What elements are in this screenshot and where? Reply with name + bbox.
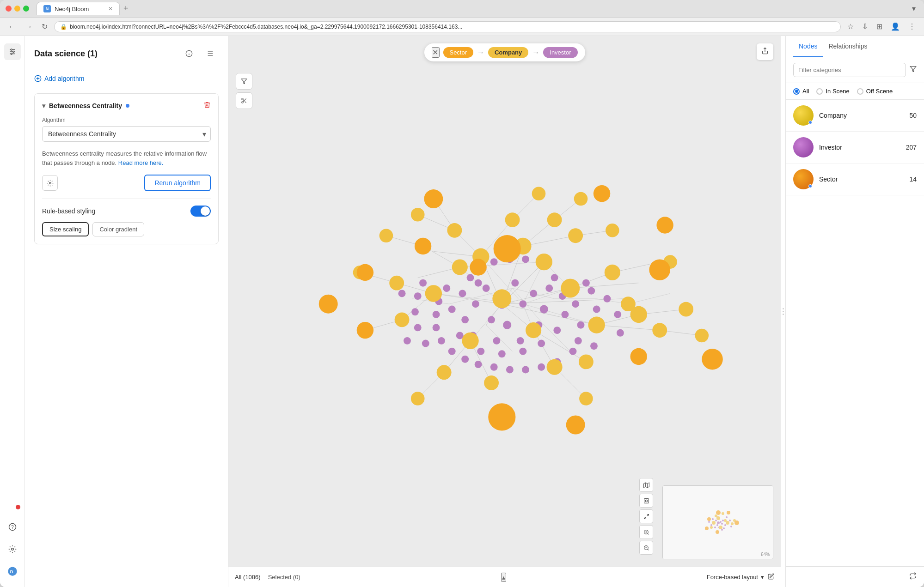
minimize-window-button[interactable] [14,6,20,12]
add-algorithm-button[interactable]: Add algorithm [34,71,84,86]
svg-line-39 [597,325,660,330]
selected-nodes-count[interactable]: Selected (0) [268,574,300,581]
filter-tool-button[interactable] [236,73,252,90]
rerun-algorithm-button[interactable]: Rerun algorithm [144,175,211,191]
new-tab-button[interactable]: + [120,4,132,13]
collapse-icon[interactable]: ▾ [42,102,45,109]
node-list-item-investor[interactable]: Investor 207 [786,132,924,163]
zoom-out-button[interactable] [639,541,653,555]
algorithm-select[interactable]: Betweenness Centrality [42,126,211,142]
back-button[interactable]: ← [6,21,18,33]
company-nodes[interactable] [353,187,709,405]
svg-line-201 [243,100,244,101]
company-search-node[interactable]: Company [488,47,528,58]
algorithm-card-title: ▾ Betweenness Centrality [42,102,129,109]
svg-point-226 [719,526,722,529]
svg-point-123 [461,356,469,363]
screenshot-icon-button[interactable] [639,494,653,508]
size-scaling-button[interactable]: Size scaling [42,222,89,236]
radio-all[interactable]: All [793,88,809,95]
chevron-down-icon[interactable]: ▾ [909,2,918,15]
radio-all-circle [793,88,800,95]
layout-dropdown-button[interactable]: Force-based layout ▾ [707,574,764,581]
svg-point-166 [389,276,404,290]
svg-point-184 [649,259,670,280]
info-icon[interactable] [181,45,197,62]
styling-buttons: Size scaling Color gradient [42,222,211,236]
tab-relationships[interactable]: Relationships [823,36,873,57]
svg-point-176 [574,192,588,206]
svg-point-218 [726,516,728,518]
svg-point-150 [462,333,478,349]
svg-point-90 [530,290,537,297]
svg-point-236 [716,530,719,534]
minimap[interactable]: 64% [662,485,773,559]
read-more-link[interactable]: Read more here. [118,159,164,166]
maximize-window-button[interactable] [23,6,29,12]
menu-icon[interactable]: ⋮ [906,20,918,33]
bookmark-icon[interactable]: ☆ [844,20,857,33]
node-list-item-company[interactable]: Company 50 [786,100,924,132]
export-icon-button[interactable] [909,572,917,581]
sliders-icon[interactable] [4,43,21,60]
minimap-svg [663,486,773,559]
resize-handle[interactable] [781,36,785,587]
sector-search-node[interactable]: Sector [443,47,473,58]
menu-dots-icon[interactable] [202,45,219,62]
node-list-item-sector[interactable]: Sector 14 [786,163,924,195]
download-icon[interactable]: ⇩ [859,20,871,33]
radio-off-scene[interactable]: Off Scene [857,88,893,95]
edit-layout-button[interactable] [768,573,774,581]
svg-point-143 [398,290,406,297]
svg-point-189 [357,322,373,339]
sector-nodes[interactable] [319,185,723,434]
delete-algorithm-button[interactable] [203,101,211,110]
main-graph[interactable]: ✕ Sector → Company → Investor [228,36,781,587]
browser-tab-neo4j[interactable]: N Neo4j Bloom ✕ [37,2,120,15]
zoom-in-button[interactable] [639,525,653,539]
svg-point-205 [720,521,722,523]
scissors-tool-button[interactable] [236,92,252,109]
investor-search-node[interactable]: Investor [543,47,577,58]
svg-point-216 [729,520,731,521]
svg-point-115 [575,337,582,345]
map-icon-button[interactable] [639,478,653,492]
svg-line-251 [648,549,649,550]
svg-point-197 [242,98,244,100]
extensions-icon[interactable]: ⊞ [874,20,885,33]
panel-title-actions [181,45,219,62]
rule-based-styling-toggle[interactable] [190,206,211,217]
layout-selector: Force-based layout ▾ [707,573,774,581]
refresh-button[interactable]: ↻ [39,20,50,33]
url-bar[interactable]: 🔒 bloom.neo4j.io/index.html?connectURL=n… [54,21,841,32]
search-close-button[interactable]: ✕ [431,47,439,58]
profile-icon[interactable]: 👤 [888,20,903,33]
algorithm-settings-button[interactable] [42,175,58,191]
settings-icon[interactable] [4,541,21,557]
graph-bottom-bar: All (1086) Selected (0) ▴ Force-based la… [228,567,781,587]
svg-point-86 [475,279,482,287]
app-container: ? n Data sc [0,36,924,587]
help-button[interactable]: ? [4,519,21,535]
svg-point-209 [722,520,724,521]
forward-button[interactable]: → [22,21,35,33]
svg-point-243 [645,500,647,502]
collapse-bottom-bar-button[interactable]: ▴ [501,573,506,582]
filter-funnel-icon[interactable] [910,66,917,74]
svg-point-85 [472,300,479,308]
all-nodes-count[interactable]: All (1086) [235,574,261,581]
radio-in-scene[interactable]: In Scene [816,88,849,95]
neo4j-logo-button[interactable]: n [4,563,21,580]
color-gradient-button[interactable]: Color gradient [92,222,144,236]
filter-categories-input[interactable] [793,63,906,77]
svg-point-148 [588,317,605,333]
radio-off-scene-circle [857,88,863,95]
svg-point-98 [477,348,484,355]
close-window-button[interactable] [6,6,12,12]
share-button[interactable] [757,43,773,60]
tab-nodes[interactable]: Nodes [793,36,823,57]
tab-close-button[interactable]: ✕ [108,6,113,12]
fullscreen-icon-button[interactable] [639,509,653,523]
algorithm-select-wrapper: Betweenness Centrality ▾ [42,126,211,142]
svg-point-175 [532,187,546,200]
